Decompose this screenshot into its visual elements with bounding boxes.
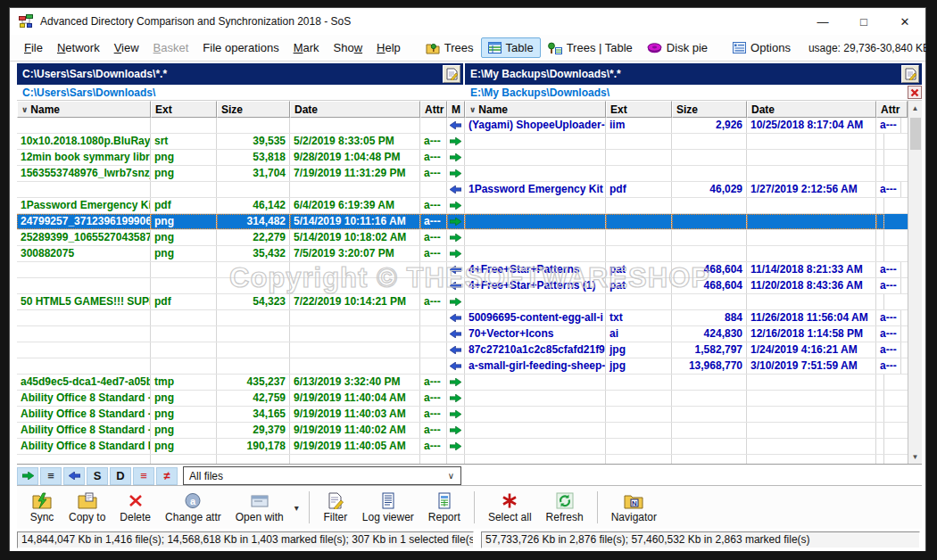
table-row[interactable]: 1Password Emergency Kit A pdf 46,142 6/4… (17, 198, 908, 214)
comparison-table: ∨Name Ext Size Date Attr M ∨Name Ext Siz… (17, 101, 922, 464)
table-row[interactable]: 24799257_3712396199906 png 314,482 5/14/… (17, 214, 908, 230)
right-name-cell (465, 294, 606, 309)
left-filter-edit-button[interactable] (443, 65, 460, 83)
disk-pie-view-button[interactable]: Disk pie (640, 37, 715, 58)
left-column-header-attr[interactable]: Attr (420, 101, 447, 118)
table-row[interactable]: 12min book symmary library png 53,818 9/… (17, 150, 908, 166)
table-row[interactable]: 10x10.2018.1080p.BluRay.x srt 39,535 5/2… (17, 134, 908, 150)
table-row[interactable]: 4+Free+Star+Patterns pat 468,604 11/14/2… (17, 262, 908, 278)
scroll-up-button[interactable]: ▲ (908, 101, 922, 115)
table-row[interactable]: a-small-girl-feeding-sheep-o jpg 13,968,… (17, 358, 908, 375)
copy-to-button[interactable]: Copy to (62, 490, 112, 526)
table-row[interactable]: 1563553748976_lwrb7snzj_ png 31,704 7/19… (17, 166, 908, 182)
file-filter-select[interactable]: All files ∨ (183, 466, 461, 485)
show-copy-left-toggle[interactable] (63, 467, 85, 485)
right-current-path-bar[interactable]: E:\My Backups\Downloads\ (465, 85, 922, 100)
table-row[interactable]: Ability Office 8 Standard - V png 29,379… (17, 423, 908, 439)
table-row[interactable]: 50096695-content-egg-all-i txt 884 11/26… (17, 310, 908, 326)
minimize-button[interactable]: — (802, 8, 843, 35)
right-size-cell (672, 407, 747, 422)
show-equal-toggle[interactable]: ≡ (40, 467, 62, 485)
navigator-button[interactable]: N Navigator (604, 490, 664, 526)
show-copy-right-toggle[interactable] (17, 467, 38, 485)
right-column-header-date[interactable]: Date (747, 101, 876, 118)
table-row[interactable] (17, 455, 908, 464)
right-column-header-ext[interactable]: Ext (606, 101, 672, 118)
right-panel-status: 57,733,726 Kb in 2,876 file(s); 57,460,5… (481, 531, 920, 548)
log-viewer-button[interactable]: Log viewer (355, 490, 421, 526)
table-view-button[interactable]: Table (481, 37, 541, 58)
right-ext-cell: pat (606, 278, 672, 293)
left-attr-cell (420, 182, 447, 197)
right-attr-cell (876, 294, 884, 309)
copy-right-arrow-icon (450, 169, 461, 177)
left-size-cell (217, 326, 290, 342)
options-button[interactable]: Options (726, 37, 798, 58)
show-equal-content-toggle[interactable]: ≡ (133, 467, 154, 485)
menu-basket[interactable]: Basket (146, 37, 196, 58)
scrollbar-thumb[interactable] (910, 118, 921, 150)
right-path-mask-bar[interactable]: E:\My Backups\Downloads\*.* (465, 63, 922, 85)
left-path-mask-bar[interactable]: C:\Users\Sars\Downloads\*.* (17, 63, 465, 85)
table-row[interactable]: 4+Free+Star+Patterns (1) pat 468,604 11/… (17, 278, 908, 294)
table-row[interactable]: 300882075 png 35,432 7/5/2019 3:20:07 PM… (17, 246, 908, 262)
refresh-button[interactable]: Refresh (539, 490, 591, 526)
show-duplicates-toggle[interactable]: D (110, 467, 131, 485)
menu-help[interactable]: Help (369, 37, 408, 58)
open-with-dropdown-arrow[interactable]: ▾ (291, 503, 303, 513)
maximize-button[interactable]: □ (843, 8, 884, 35)
menu-network[interactable]: Network (50, 37, 107, 58)
right-column-header-attr[interactable]: Attr (876, 101, 908, 118)
menu-view[interactable]: View (107, 37, 146, 58)
table-row[interactable]: 87c27210a1c2c85cfafd21f9 jpg 1,582,797 1… (17, 342, 908, 358)
mark-column-header[interactable]: M (447, 101, 465, 118)
sync-button[interactable]: Sync (22, 490, 62, 526)
filter-button[interactable]: Filter (316, 490, 355, 526)
table-row[interactable]: 1Password Emergency Kit A3 pdf 46,029 1/… (17, 182, 908, 198)
table-row[interactable]: Ability Office 8 Standard Re png 190,178… (17, 439, 908, 455)
left-column-header-ext[interactable]: Ext (151, 101, 217, 118)
table-row[interactable]: a45d9ec5-dca1-4ed7-a05b- tmp 435,237 6/1… (17, 375, 908, 391)
right-date-cell (747, 407, 876, 422)
table-row[interactable]: Ability Office 8 Standard - S png 34,165… (17, 407, 908, 423)
left-ext-cell (151, 358, 217, 374)
delete-button[interactable]: Delete (112, 490, 158, 526)
table-row[interactable]: (Yagami) ShopeeUploader-v iim 2,926 10/2… (17, 118, 908, 134)
table-row[interactable]: 70+Vector+Icons ai 424,830 12/16/2018 1:… (17, 326, 908, 342)
report-button[interactable]: Report (421, 490, 468, 526)
left-date-cell: 7/5/2019 3:20:07 PM (290, 246, 420, 261)
left-current-path-bar[interactable]: C:\Users\Sars\Downloads\ (17, 85, 465, 100)
open-with-button[interactable]: Open with (228, 490, 291, 526)
right-column-header-name[interactable]: ∨Name (465, 101, 606, 118)
close-panel-button[interactable] (908, 86, 922, 99)
change-attr-button[interactable]: a Change attr (158, 490, 228, 526)
close-button[interactable]: ✕ (884, 8, 925, 35)
show-not-equal-toggle[interactable]: ≠ (156, 467, 178, 485)
right-filter-edit-button[interactable] (901, 65, 919, 83)
scroll-down-button[interactable]: ▼ (908, 449, 922, 464)
left-column-header-size[interactable]: Size (217, 101, 290, 118)
left-column-header-date[interactable]: Date (290, 101, 420, 118)
right-size-cell (672, 294, 747, 309)
menu-file-operations[interactable]: File operations (195, 37, 286, 58)
copy-right-arrow-icon (450, 442, 461, 450)
table-row[interactable]: 50 HTML5 GAMES!!! SUPER pdf 54,323 7/22/… (17, 294, 908, 310)
table-row[interactable]: 25289399_10655270435873 png 22,279 5/14/… (17, 230, 908, 246)
report-label: Report (428, 511, 460, 523)
vertical-scrollbar[interactable]: ▲ ▼ (908, 101, 922, 464)
left-attr-cell (420, 278, 447, 293)
trees-table-view-button[interactable]: Trees | Table (541, 37, 640, 58)
table-row[interactable]: Ability Office 8 Standard - P png 42,759… (17, 391, 908, 407)
show-single-toggle[interactable]: S (87, 467, 108, 485)
copy-right-arrow-icon (450, 410, 461, 418)
copy-right-arrow-icon (22, 472, 34, 480)
menu-show[interactable]: Show (327, 37, 370, 58)
menu-mark[interactable]: Mark (286, 37, 327, 58)
menu-file[interactable]: File (17, 37, 50, 58)
trees-view-button[interactable]: Trees (419, 37, 481, 58)
right-column-header-size[interactable]: Size (672, 101, 747, 118)
select-all-button[interactable]: Select all (481, 490, 539, 526)
right-attr-cell: a--- (876, 182, 901, 197)
left-column-header-name[interactable]: ∨Name (17, 101, 151, 118)
right-ext-cell (606, 166, 672, 181)
